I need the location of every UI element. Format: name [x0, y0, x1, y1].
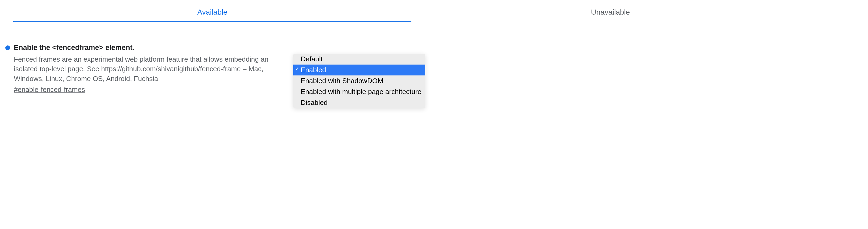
flag-hash-link[interactable]: #enable-fenced-frames	[14, 85, 85, 93]
modified-indicator-icon	[5, 45, 10, 50]
dropdown-option-disabled[interactable]: Disabled	[293, 97, 425, 108]
dropdown-option-enabled[interactable]: Enabled	[293, 65, 425, 75]
dropdown-menu: Default Enabled Enabled with ShadowDOM E…	[293, 54, 425, 108]
dropdown-option-enabled-multipage[interactable]: Enabled with multiple page architecture	[293, 86, 425, 97]
dropdown-option-default[interactable]: Default	[293, 54, 425, 65]
tab-available[interactable]: Available	[13, 3, 411, 22]
dropdown-option-enabled-shadowdom[interactable]: Enabled with ShadowDOM	[293, 75, 425, 86]
tabs-bar: Available Unavailable	[13, 3, 809, 22]
flag-row: Enable the <fencedframe> element. Fenced…	[5, 44, 863, 108]
flag-description: Fenced frames are an experimental web pl…	[14, 54, 277, 83]
flag-title: Enable the <fencedframe> element.	[14, 44, 277, 52]
flag-dropdown[interactable]: Default Enabled Enabled with ShadowDOM E…	[293, 54, 425, 108]
flag-content: Enable the <fencedframe> element. Fenced…	[14, 44, 283, 94]
tab-unavailable[interactable]: Unavailable	[411, 3, 809, 22]
